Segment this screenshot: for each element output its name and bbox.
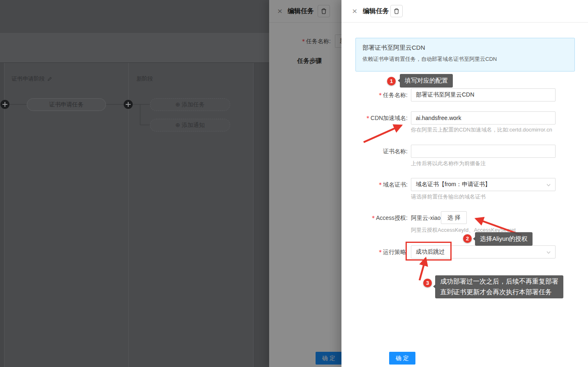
annotation-tooltip-3: 成功部署过一次之后，后续不再重复部署 直到证书更新才会再次执行本部署任务: [435, 275, 563, 298]
stage-title-2: 新阶段: [136, 75, 153, 83]
domain-cert-select-value: 域名证书【from：申请证书】: [416, 181, 491, 188]
circle-plus-icon: ⊕: [175, 101, 180, 108]
add-notification-button: ⊕添加通知: [150, 119, 230, 132]
chevron-down-icon: [546, 182, 551, 187]
annotation-tooltip-2: 选择Aliyun的授权: [475, 232, 533, 246]
domain-cert-helper: 请选择前置任务输出的域名证书: [411, 193, 486, 201]
annotation-badge-1: 1: [387, 77, 396, 85]
run-strategy-select[interactable]: 成功后跳过: [411, 245, 556, 259]
edit-task-drawer: × 编辑任务 部署证书至阿里云CDN 依赖证书申请前置任务，自动部署域名证书至阿…: [341, 0, 588, 367]
task-name-input[interactable]: [411, 88, 556, 102]
cert-name-helper: 上传后将以此名称作为前缀备注: [411, 160, 486, 167]
close-icon[interactable]: ×: [352, 5, 357, 17]
cert-name-label: 证书名称:: [341, 148, 408, 155]
alert-title: 部署证书至阿里云CDN: [362, 44, 568, 52]
task-node-cert-request: 证书申请任务: [27, 98, 106, 111]
circle-plus-icon: ⊕: [175, 122, 180, 128]
delete-task-button[interactable]: [390, 5, 403, 17]
alert-description: 依赖证书申请前置任务，自动部署域名证书至阿里云CDN: [362, 55, 568, 63]
cdn-domain-label: *CDN加速域名:: [341, 115, 408, 122]
add-stage-before-icon: [0, 100, 9, 109]
annotation-tooltip-1: 填写对应的配置: [400, 74, 453, 88]
drawer-header: × 编辑任务: [341, 0, 588, 23]
trash-icon: [393, 8, 400, 14]
edit-pencil-icon: [47, 76, 52, 81]
run-strategy-select-value: 成功后跳过: [416, 248, 445, 256]
cdn-domain-helper: 你在阿里云上配置的CDN加速域名，比如:certd.docmirror.cn: [411, 126, 552, 134]
stage-title-1: 证书申请阶段: [12, 75, 52, 83]
access-auth-select-button[interactable]: 选 择: [441, 211, 467, 224]
task-name-label: *任务名称:: [341, 92, 408, 99]
drawer-title: 编辑任务: [363, 7, 389, 16]
access-auth-label: *Access授权:: [341, 215, 408, 222]
domain-cert-select[interactable]: 域名证书【from：申请证书】: [411, 178, 556, 191]
tooltip-3-line-2: 直到证书更新才会再次执行本部署任务: [440, 287, 558, 298]
annotation-badge-3: 3: [423, 279, 432, 287]
add-task-button: ⊕添加任务: [150, 98, 230, 111]
cdn-domain-input[interactable]: [411, 111, 556, 125]
chevron-down-icon: [546, 250, 551, 255]
access-auth-value: 阿里云-xiao: [411, 215, 440, 222]
plugin-info-alert: 部署证书至阿里云CDN 依赖证书申请前置任务，自动部署域名证书至阿里云CDN: [355, 38, 575, 72]
domain-cert-label: *域名证书:: [341, 181, 408, 189]
add-stage-after-icon: [124, 100, 133, 109]
screen: 证书申请阶段 新阶段 证书申请任务 ⊕添加任务 ⊕添加通知 × 编辑任务: [0, 0, 588, 367]
tooltip-3-line-1: 成功部署过一次之后，后续不再重复部署: [440, 276, 558, 287]
run-strategy-label: *运行策略: [341, 249, 406, 256]
confirm-button[interactable]: 确 定: [389, 352, 415, 365]
annotation-badge-2: 2: [463, 234, 472, 243]
cert-name-input[interactable]: [411, 145, 556, 158]
